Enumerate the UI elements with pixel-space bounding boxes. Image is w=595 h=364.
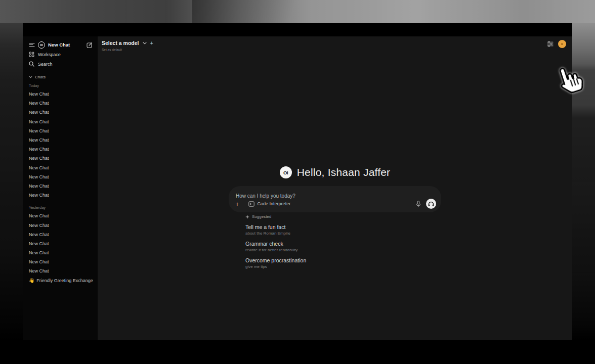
chevron-down-icon [143,42,147,44]
chat-title: Friendly Greeting Exchange [36,278,93,283]
model-selector[interactable]: Select a model + [102,40,153,46]
message-composer[interactable]: + Code Interpreter [229,186,441,212]
chevron-down-icon [29,76,32,78]
suggested-prompt-title: Overcome procrastination [245,257,443,264]
chat-list-item[interactable]: New Chat [23,117,98,126]
desktop-wallpaper-bottom [0,340,595,364]
greeting-title: Hello, Ishaan Jaffer [297,166,391,178]
desktop-wallpaper-right [572,23,595,340]
sidebar-brand-title: New Chat [48,42,70,48]
chat-list-item[interactable]: New Chat [23,89,98,99]
chat-list-item[interactable]: New Chat [23,220,98,230]
suggested-prompt-subtitle: give me tips [245,264,443,269]
search-icon [29,61,34,67]
sidebar-item-workspace[interactable]: Workspace [23,50,98,59]
chat-list-item[interactable]: New Chat [23,145,98,154]
suggested-prompt-subtitle: about the Roman Empire [245,231,443,236]
voice-call-button[interactable] [426,199,436,209]
chat-list-item[interactable]: New Chat [23,248,98,257]
code-interpreter-toggle[interactable]: Code Interpreter [248,201,291,207]
headphones-icon [428,201,434,207]
chat-list-item[interactable]: New Chat [23,239,98,248]
desktop: OI New Chat Workspace Search [0,0,595,364]
chat-list-item[interactable]: New Chat [23,181,98,191]
suggested-prompt[interactable]: Tell me a fun fact about the Roman Empir… [245,224,443,236]
sidebar: OI New Chat Workspace Search [23,36,98,340]
chat-list-item[interactable]: New Chat [23,108,98,117]
suggested-prompt[interactable]: Overcome procrastination give me tips [245,257,443,269]
sidebar-item-search[interactable]: Search [23,59,98,69]
app-window: OI New Chat Workspace Search [23,23,572,340]
waving-hand-icon: 👋 [29,278,34,283]
attach-plus-button[interactable]: + [235,201,239,207]
chat-list-item[interactable]: New Chat [23,126,98,135]
chat-list-item[interactable]: New Chat [23,154,98,163]
suggested-prompt-title: Grammar check [245,241,443,247]
model-selector-label: Select a model [102,40,139,46]
app-logo: OI [38,41,45,49]
suggested-prompt-subtitle: rewrite it for better readability [245,248,443,253]
chat-list-item[interactable]: New Chat [23,172,98,181]
microphone-icon[interactable] [416,201,421,207]
workspace-icon [29,52,34,57]
sparkle-icon [245,215,249,219]
chat-list-item[interactable]: New Chat [23,163,98,172]
chat-list-item[interactable]: New Chat [23,191,98,200]
message-input[interactable] [236,193,435,199]
chat-group-label-yesterday: Yesterday [23,204,98,211]
suggested-prompt-title: Tell me a fun fact [245,224,443,231]
user-avatar[interactable]: IJ [558,40,566,48]
desktop-wallpaper-left [0,23,23,340]
code-interpreter-label: Code Interpreter [258,201,291,206]
sidebar-toggle-icon[interactable] [29,42,35,47]
app-logo: OI [280,166,292,178]
add-model-button[interactable]: + [150,40,153,46]
search-label: Search [38,62,53,67]
suggested-prompt[interactable]: Grammar check rewrite it for better read… [245,241,443,253]
main-panel: Select a model + Set as default IJ OI He… [98,36,572,340]
chat-group-label-today: Today [23,82,98,89]
chats-section-toggle[interactable]: Chats [23,73,98,81]
chat-list-item-greeting-exchange[interactable]: 👋 Friendly Greeting Exchange [23,276,98,285]
chats-section-label: Chats [35,75,46,79]
set-as-default-button[interactable]: Set as default [102,48,122,52]
suggested-label: Suggested [252,214,271,219]
new-chat-icon[interactable] [87,42,93,48]
code-interpreter-icon [248,201,254,207]
chat-list-item[interactable]: New Chat [23,230,98,239]
window-top-band [23,23,572,36]
chat-list-item[interactable]: New Chat [23,99,98,108]
chat-list-item[interactable]: New Chat [23,211,98,220]
workspace-label: Workspace [38,52,61,57]
chat-list-item[interactable]: New Chat [23,135,98,145]
controls-sliders-icon[interactable] [547,41,554,47]
suggested-prompts: Suggested Tell me a fun fact about the R… [245,214,443,269]
chat-list-item[interactable]: New Chat [23,257,98,266]
chat-list-item[interactable]: New Chat [23,266,98,276]
